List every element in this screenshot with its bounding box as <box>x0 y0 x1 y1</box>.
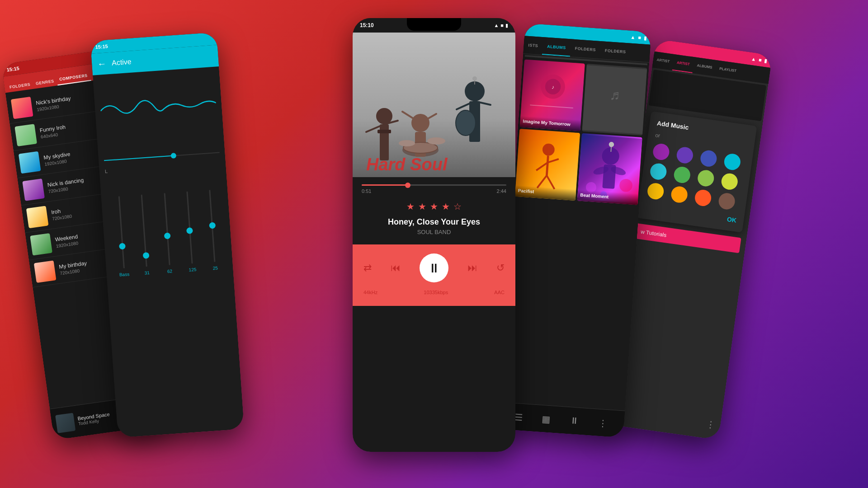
eq-band-31[interactable]: 31 <box>134 194 155 276</box>
phone2-time: 15:15 <box>95 43 108 50</box>
swatch-light-cyan[interactable] <box>649 162 668 181</box>
tab-folders1[interactable]: FOLDERS <box>570 39 601 59</box>
progress-fill <box>362 184 408 186</box>
audio-format: AAC <box>494 290 505 295</box>
swatch-cyan[interactable] <box>723 153 742 171</box>
player-meta: 44kHz 10335kbps AAC <box>363 290 505 295</box>
progress-track[interactable] <box>362 184 506 186</box>
album-card[interactable]: Beat Moment <box>577 133 642 205</box>
svg-line-31 <box>547 155 548 175</box>
swatch-deep-purple[interactable] <box>676 146 694 164</box>
phone-notch <box>407 18 461 31</box>
svg-text:♪: ♪ <box>552 84 555 89</box>
back-arrow-icon[interactable]: ← <box>97 58 107 69</box>
progress-container[interactable]: 0:51 2:44 <box>360 184 508 194</box>
eq-track <box>164 193 170 265</box>
swatch-indigo[interactable] <box>699 150 718 168</box>
pause-button[interactable]: ⏸ <box>420 253 448 282</box>
eq-bars: Bass 31 62 <box>106 179 227 277</box>
swatch-purple[interactable] <box>652 143 670 161</box>
eq-track <box>141 195 147 267</box>
star-2[interactable]: ★ <box>418 201 426 212</box>
tab-folders2[interactable]: FOLDERS <box>600 41 631 61</box>
progress-times: 0:51 2:44 <box>362 188 506 194</box>
eq-band-25[interactable]: 25 <box>202 189 223 271</box>
eq-track <box>118 196 124 268</box>
menu-icon[interactable]: ⋮ <box>705 419 716 430</box>
swatch-light-green[interactable] <box>697 169 715 188</box>
swatch-lime[interactable] <box>720 172 739 191</box>
repeat-button[interactable]: ↺ <box>496 262 505 274</box>
swatch-brown[interactable] <box>717 192 736 211</box>
tab-artist2[interactable]: ARTIST <box>672 54 694 73</box>
star-3[interactable]: ★ <box>430 201 438 212</box>
swatch-amber[interactable] <box>646 182 665 201</box>
eq-handle[interactable] <box>164 233 171 239</box>
eq-label: 125 <box>189 267 196 272</box>
phone3-time: 15:10 <box>360 22 374 28</box>
album-card[interactable]: Pacifist <box>515 129 580 201</box>
swatch-green[interactable] <box>673 166 691 184</box>
eq-label: 25 <box>212 265 218 271</box>
folder-thumb <box>11 97 33 119</box>
battery-icon: ▮ <box>505 23 508 28</box>
equalizer-progress[interactable]: L <box>103 139 221 174</box>
status-icons: ▲ ■ ▮ <box>494 23 508 28</box>
signal-icon: ■ <box>758 57 762 63</box>
phone-equalizer: 15:15 ← Active L <box>90 32 245 437</box>
tab-albums[interactable]: ALBUMS <box>692 57 717 76</box>
grid-icon[interactable]: ▦ <box>542 413 551 425</box>
swatch-orange[interactable] <box>670 185 689 204</box>
progress-track <box>104 152 220 161</box>
eq-band-62[interactable]: 62 <box>156 192 178 274</box>
total-time: 2:44 <box>497 188 506 194</box>
album-card[interactable]: ♪ Imagine My Tomorrow <box>520 59 585 131</box>
album-card-empty[interactable]: ♬ <box>582 64 647 136</box>
phone5-menu-icon[interactable]: ⋮ <box>705 418 716 431</box>
album-art: Hard Soul <box>353 33 515 177</box>
eq-band-bass[interactable]: Bass <box>111 196 132 277</box>
shuffle-button[interactable]: ⇄ <box>363 262 372 274</box>
tab-artist1[interactable]: ARTIST <box>652 52 674 70</box>
svg-point-8 <box>427 137 445 145</box>
eq-track <box>186 192 193 264</box>
pause-icon[interactable]: ⏸ <box>570 415 580 426</box>
progress-knob[interactable] <box>405 183 410 188</box>
color-picker-modal: Add Music or OK <box>637 111 757 233</box>
controls-row: ⇄ ⏮ ⏸ ⏭ ↺ <box>363 253 505 282</box>
waveform-display <box>99 76 218 138</box>
progress-knob[interactable] <box>170 153 176 159</box>
menu-icon[interactable]: ⋮ <box>598 417 608 428</box>
wifi-icon: ▲ <box>494 23 499 28</box>
eq-handle[interactable] <box>119 243 126 250</box>
eq-handle[interactable] <box>142 252 149 259</box>
previous-button[interactable]: ⏮ <box>391 262 401 274</box>
eq-track <box>209 190 216 262</box>
filter-icon[interactable]: ☰ <box>514 411 523 422</box>
rating-stars[interactable]: ★ ★ ★ ★ ☆ <box>360 201 508 212</box>
album-art-empty: ♬ <box>582 64 647 136</box>
tab-albums[interactable]: ALBUMS <box>542 37 571 56</box>
star-1[interactable]: ★ <box>406 201 415 212</box>
eq-band-125[interactable]: 125 <box>179 191 201 273</box>
phone4-bottom-controls: ☰ ▦ ⏸ ⋮ <box>497 402 625 437</box>
audio-quality: 44kHz <box>363 290 377 295</box>
eq-handle[interactable] <box>209 222 216 229</box>
next-button[interactable]: ⏭ <box>467 262 477 274</box>
star-4[interactable]: ★ <box>442 201 450 212</box>
folder-thumb <box>19 151 41 174</box>
tab-ists[interactable]: ISTS <box>523 36 543 55</box>
folder-thumb <box>34 260 57 283</box>
tab-playlist[interactable]: PLAYLIST <box>715 60 741 80</box>
swatch-deep-orange[interactable] <box>694 189 712 207</box>
folder-thumb <box>26 206 49 229</box>
eq-handle[interactable] <box>186 227 193 234</box>
svg-rect-11 <box>377 130 391 133</box>
wifi-icon: ▲ <box>751 56 756 62</box>
phone1-time: 15:15 <box>6 66 20 73</box>
eq-label: 62 <box>167 268 173 274</box>
star-5[interactable]: ☆ <box>453 201 462 212</box>
folder-thumb <box>14 124 37 146</box>
track-artist: SOUL BAND <box>360 229 508 235</box>
ok-button[interactable]: OK <box>726 216 737 224</box>
